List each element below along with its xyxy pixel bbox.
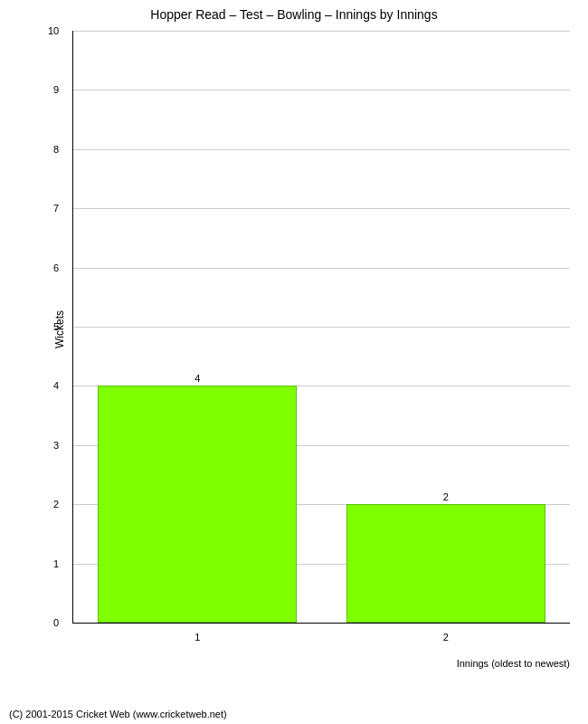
y-label-4: 4 bbox=[53, 380, 59, 391]
y-label-9: 9 bbox=[53, 84, 59, 95]
y-label-0: 0 bbox=[53, 617, 59, 628]
grid-line-6 bbox=[73, 268, 570, 269]
bar-2-label: 2 bbox=[346, 491, 545, 502]
grid-line-10 bbox=[73, 31, 570, 32]
chart-container: Hopper Read – Test – Bowling – Innings b… bbox=[0, 0, 588, 724]
grid-line-9 bbox=[73, 90, 570, 90]
y-label-3: 3 bbox=[53, 440, 59, 451]
y-label-2: 2 bbox=[53, 499, 59, 510]
x-axis-label: Innings (oldest to newest) bbox=[457, 658, 570, 669]
y-label-5: 5 bbox=[53, 321, 59, 332]
grid-line-8 bbox=[73, 149, 570, 150]
chart-title: Hopper Read – Test – Bowling – Innings b… bbox=[150, 7, 437, 22]
grid-line-5 bbox=[73, 327, 570, 328]
bar-2 bbox=[346, 504, 545, 623]
bar-1-x-label: 1 bbox=[98, 632, 297, 643]
copyright: (C) 2001-2015 Cricket Web (www.cricketwe… bbox=[0, 704, 588, 724]
y-label-8: 8 bbox=[53, 144, 59, 155]
bar-1 bbox=[98, 386, 297, 623]
bar-2-x-label: 2 bbox=[346, 632, 545, 643]
bar-1-label: 4 bbox=[98, 373, 297, 384]
y-label-10: 10 bbox=[48, 25, 59, 36]
grid-line-7 bbox=[73, 208, 570, 209]
y-label-1: 1 bbox=[53, 558, 59, 569]
y-label-7: 7 bbox=[53, 203, 59, 214]
y-label-6: 6 bbox=[53, 262, 59, 273]
